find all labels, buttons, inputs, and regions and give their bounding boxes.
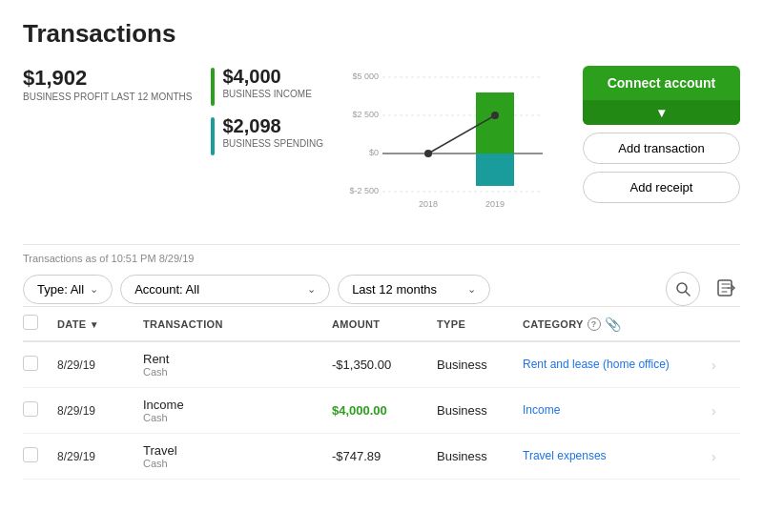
period-filter-label: Last 12 months xyxy=(352,282,437,297)
svg-line-11 xyxy=(686,292,690,296)
row3-arrow[interactable]: › xyxy=(711,449,740,464)
svg-text:$2 500: $2 500 xyxy=(353,110,380,119)
row1-category[interactable]: Rent and lease (home office) xyxy=(523,358,711,373)
add-transaction-button[interactable]: Add transaction xyxy=(583,133,740,164)
type-header: TYPE xyxy=(437,318,523,330)
spending-label: BUSINESS SPENDING xyxy=(222,137,323,150)
transaction-header: TRANSACTION xyxy=(143,318,332,330)
profit-stat: $1,902 BUSINESS PROFIT LAST 12 MONTHS xyxy=(23,66,192,103)
type-filter-button[interactable]: Type: All ⌄ xyxy=(23,275,113,304)
connect-account-button[interactable]: Connect account ▾ xyxy=(583,66,740,125)
row1-type: Business xyxy=(437,358,523,372)
profit-label: BUSINESS PROFIT LAST 12 MONTHS xyxy=(23,91,192,103)
row3-date: 8/29/19 xyxy=(57,450,143,463)
svg-text:2019: 2019 xyxy=(485,199,505,209)
export-button[interactable] xyxy=(711,274,740,305)
row3-checkbox[interactable] xyxy=(23,447,57,465)
profit-amount: $1,902 xyxy=(23,66,192,91)
row3-category[interactable]: Travel expenses xyxy=(523,449,711,464)
bar-chart: $5 000 $2 500 $0 $-2 500 xyxy=(342,66,562,218)
row2-checkbox[interactable] xyxy=(23,401,57,419)
svg-text:$5 000: $5 000 xyxy=(353,72,380,81)
account-filter-button[interactable]: Account: All ⌄ xyxy=(120,275,330,304)
row1-date: 8/29/19 xyxy=(57,358,143,372)
search-button[interactable] xyxy=(666,272,700,306)
date-header: DATE ▼ xyxy=(57,318,143,330)
period-filter-chevron-icon: ⌄ xyxy=(467,283,476,296)
row1-transaction-sub: Cash xyxy=(143,366,332,378)
row1-transaction: Rent Cash xyxy=(143,352,332,378)
income-amount: $4,000 xyxy=(222,66,311,88)
spending-bar xyxy=(211,117,215,155)
row3-transaction-sub: Cash xyxy=(143,458,332,469)
income-bar xyxy=(211,68,215,106)
export-icon xyxy=(715,277,736,298)
income-label: BUSINESS INCOME xyxy=(222,88,311,100)
spending-bar-2019 xyxy=(476,153,514,186)
svg-text:2018: 2018 xyxy=(419,199,438,209)
row3-transaction: Travel Cash xyxy=(143,443,332,469)
trend-dot-2019 xyxy=(491,112,499,119)
date-sort-icon[interactable]: ▼ xyxy=(90,319,99,330)
spending-amount: $2,098 xyxy=(222,115,323,137)
search-icon xyxy=(675,281,691,297)
table-row: 8/29/19 Income Cash $4,000.00 Business I… xyxy=(23,388,740,434)
chart-area: $5 000 $2 500 $0 $-2 500 xyxy=(342,66,583,221)
transactions-table: DATE ▼ TRANSACTION AMOUNT TYPE CATEGORY … xyxy=(23,306,740,480)
svg-text:$-2 500: $-2 500 xyxy=(350,186,380,195)
svg-text:$0: $0 xyxy=(369,148,379,157)
transactions-date: Transactions as of 10:51 PM 8/29/19 xyxy=(23,253,740,264)
connect-account-label[interactable]: Connect account xyxy=(583,66,740,100)
row2-date: 8/29/19 xyxy=(57,404,143,418)
period-filter-button[interactable]: Last 12 months ⌄ xyxy=(338,275,490,304)
account-filter-label: Account: All xyxy=(134,282,199,297)
connect-account-dropdown[interactable]: ▾ xyxy=(583,100,740,125)
type-filter-label: Type: All xyxy=(37,282,84,297)
table-row: 8/29/19 Travel Cash -$747.89 Business Tr… xyxy=(23,434,740,480)
row2-transaction-name: Income xyxy=(143,398,332,412)
type-filter-chevron-icon: ⌄ xyxy=(90,283,98,296)
page-title: Transactions xyxy=(23,19,740,49)
actions-panel: Connect account ▾ Add transaction Add re… xyxy=(583,66,740,203)
category-header: CATEGORY ? 📎 xyxy=(523,317,711,332)
row2-transaction: Income Cash xyxy=(143,398,332,423)
row2-type: Business xyxy=(437,403,523,418)
row1-checkbox[interactable] xyxy=(23,356,57,374)
row1-arrow[interactable]: › xyxy=(711,358,740,373)
category-help-icon[interactable]: ? xyxy=(588,317,601,331)
filter-bar: Type: All ⌄ Account: All ⌄ Last 12 month… xyxy=(23,272,740,306)
spending-stat: $2,098 BUSINESS SPENDING xyxy=(211,115,323,155)
table-row: 8/29/19 Rent Cash -$1,350.00 Business Re… xyxy=(23,342,740,388)
row2-transaction-sub: Cash xyxy=(143,412,332,423)
row3-transaction-name: Travel xyxy=(143,443,332,458)
select-all-checkbox[interactable] xyxy=(23,315,57,333)
attachment-icon: 📎 xyxy=(605,317,621,332)
income-stat: $4,000 BUSINESS INCOME xyxy=(211,66,323,106)
row3-type: Business xyxy=(437,449,523,463)
row3-amount: -$747.89 xyxy=(332,449,437,463)
row1-transaction-name: Rent xyxy=(143,352,332,366)
table-header-row: DATE ▼ TRANSACTION AMOUNT TYPE CATEGORY … xyxy=(23,307,740,342)
row2-category[interactable]: Income xyxy=(523,403,711,419)
row1-amount: -$1,350.00 xyxy=(332,358,437,372)
chevron-down-icon: ▾ xyxy=(658,105,665,120)
amount-header: AMOUNT xyxy=(332,318,437,330)
filters-section: Transactions as of 10:51 PM 8/29/19 Type… xyxy=(23,244,740,480)
trend-dot-2018 xyxy=(424,150,432,157)
add-receipt-button[interactable]: Add receipt xyxy=(583,172,740,203)
row2-amount: $4,000.00 xyxy=(332,403,437,418)
row2-arrow[interactable]: › xyxy=(711,403,740,419)
account-filter-chevron-icon: ⌄ xyxy=(307,283,316,296)
